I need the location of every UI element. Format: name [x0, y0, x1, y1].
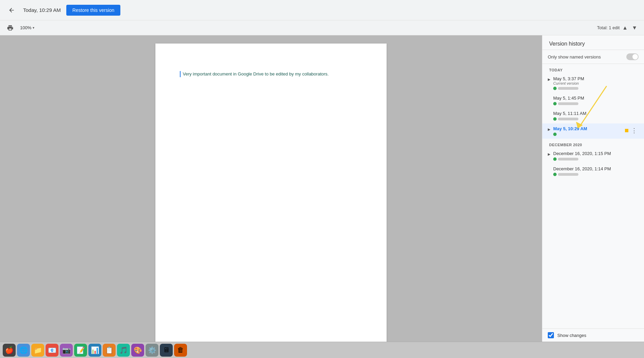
- version-details: December 16, 2020, 1:14 PM: [553, 166, 627, 176]
- version-list: TODAY ▶ May 5, 3:37 PM Current version ⋮: [542, 64, 644, 328]
- top-toolbar: Today, 10:29 AM Restore this version: [0, 0, 644, 20]
- avatar-bar: [558, 102, 578, 105]
- version-avatar-row: [553, 157, 627, 161]
- text-cursor: [180, 71, 181, 77]
- version-timestamp: December 16, 2020, 1:15 PM: [553, 151, 627, 156]
- avatar-bar: [558, 158, 578, 160]
- avatar-dot: [553, 87, 557, 90]
- named-versions-label: Only show named versions: [548, 54, 601, 59]
- dock-icon[interactable]: 🗑: [174, 344, 187, 357]
- avatar-dot: [553, 157, 557, 161]
- document-page: Very important document in Google Drive …: [155, 44, 387, 342]
- dock-icon[interactable]: 📷: [60, 344, 73, 357]
- show-changes-checkbox[interactable]: [548, 332, 554, 338]
- edit-count: Total: 1 edit: [597, 25, 620, 30]
- zoom-arrow-icon: ▾: [33, 26, 34, 30]
- zoom-control[interactable]: 100% ▾: [18, 24, 37, 32]
- main-area: Very important document in Google Drive …: [0, 35, 644, 342]
- version-avatar-row: [553, 102, 627, 105]
- edit-info: Total: 1 edit ▲ ▼: [597, 23, 639, 32]
- dock-icon[interactable]: 📋: [103, 344, 116, 357]
- print-button[interactable]: [5, 23, 15, 33]
- secondary-toolbar: 100% ▾ Total: 1 edit ▲ ▼: [0, 20, 644, 35]
- version-item[interactable]: ▶ December 16, 2020, 1:14 PM ⋮: [542, 164, 644, 179]
- doc-timestamp: Today, 10:29 AM: [23, 7, 61, 13]
- avatar-bar: [558, 87, 578, 90]
- version-details: May 5, 3:37 PM Current version: [553, 76, 639, 90]
- zoom-value: 100%: [20, 25, 31, 30]
- dock-icon[interactable]: ⚙️: [146, 344, 158, 357]
- version-details: December 16, 2020, 1:15 PM: [553, 151, 627, 161]
- avatar-bar: [558, 173, 578, 176]
- named-versions-row: Only show named versions: [542, 50, 644, 64]
- avatar-dot: [553, 102, 557, 105]
- restore-button[interactable]: Restore this version: [66, 5, 121, 16]
- document-text: Very important document in Google Drive …: [183, 71, 328, 76]
- version-details: May 5, 10:29 AM: [553, 126, 622, 136]
- dock-icon[interactable]: 📧: [46, 344, 58, 357]
- avatar-dot: [553, 173, 557, 176]
- edit-nav-up-button[interactable]: ▲: [621, 23, 629, 32]
- edit-nav-down-button[interactable]: ▼: [630, 23, 639, 32]
- section-label-today: TODAY: [542, 64, 644, 73]
- version-history-sidebar: Version history Only show named versions…: [542, 35, 644, 342]
- dock-icon[interactable]: 🖥: [160, 344, 173, 357]
- avatar-bar: [558, 118, 578, 120]
- expand-arrow-icon: ▶: [548, 78, 550, 81]
- document-area: Very important document in Google Drive …: [0, 35, 542, 342]
- expand-arrow-icon: ▶: [548, 127, 550, 131]
- version-avatar-row: [553, 117, 627, 121]
- version-details: May 5, 11:11 AM: [553, 111, 627, 121]
- show-changes-label: Show changes: [557, 333, 586, 338]
- dock-icon[interactable]: 🌐: [17, 344, 30, 357]
- version-more-button[interactable]: ⋮: [630, 126, 639, 135]
- bottom-dock: 🍎 🌐 📁 📧 📷 📝 📊 📋 🎵 🎨 ⚙️ 🖥 🗑: [0, 342, 644, 358]
- version-timestamp: December 16, 2020, 1:14 PM: [553, 166, 627, 171]
- version-timestamp: May 5, 1:45 PM: [553, 96, 627, 101]
- version-history-title: Version history: [542, 35, 644, 50]
- expand-arrow-icon: ▶: [548, 152, 550, 156]
- version-current-label: Current version: [553, 81, 639, 85]
- dock-icon[interactable]: 📊: [88, 344, 101, 357]
- section-label-december-2020: DECEMBER 2020: [542, 139, 644, 148]
- version-avatar-row: [553, 87, 639, 90]
- active-dot: [625, 129, 628, 132]
- version-item[interactable]: ▶ May 5, 1:45 PM ⋮: [542, 93, 644, 108]
- version-timestamp: May 5, 11:11 AM: [553, 111, 627, 116]
- version-avatar-row: [553, 173, 627, 176]
- version-details: May 5, 1:45 PM: [553, 96, 627, 105]
- dock-icon[interactable]: 🎵: [117, 344, 130, 357]
- avatar-dot: [553, 117, 557, 121]
- active-version-indicators: ⋮: [625, 126, 639, 135]
- version-timestamp: May 5, 3:37 PM: [553, 76, 639, 81]
- version-item-active[interactable]: ▶ May 5, 10:29 AM ⋮: [542, 123, 644, 139]
- version-item[interactable]: ▶ May 5, 11:11 AM ⋮: [542, 108, 644, 123]
- named-versions-toggle[interactable]: [626, 53, 639, 60]
- version-item[interactable]: ▶ May 5, 3:37 PM Current version ⋮: [542, 73, 644, 93]
- avatar-dot: [553, 133, 557, 136]
- dock-icon[interactable]: 🎨: [131, 344, 144, 357]
- dock-icon[interactable]: 📝: [74, 344, 87, 357]
- dock-icon[interactable]: 📁: [31, 344, 44, 357]
- version-timestamp: May 5, 10:29 AM: [553, 126, 622, 131]
- show-changes-bar: Show changes: [542, 328, 644, 342]
- back-button[interactable]: [5, 4, 18, 16]
- version-item[interactable]: ▶ December 16, 2020, 1:15 PM ⋮: [542, 148, 644, 164]
- version-avatar-row: [553, 133, 622, 136]
- dock-icon[interactable]: 🍎: [3, 344, 16, 357]
